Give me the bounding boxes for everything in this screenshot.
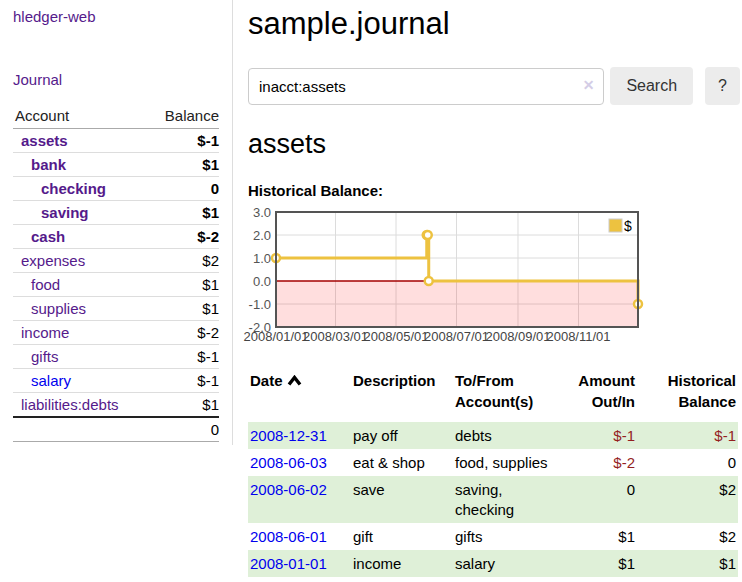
account-row: saving$1: [13, 201, 219, 225]
y-tick-label: 2.0: [253, 228, 271, 243]
accounts-total-row: 0: [13, 417, 219, 442]
account-link-income[interactable]: income: [21, 324, 69, 341]
transaction-amount: $1: [563, 550, 643, 577]
help-button[interactable]: ?: [705, 67, 740, 105]
transaction-accounts: gifts: [447, 523, 563, 550]
account-link-saving[interactable]: saving: [41, 204, 89, 221]
transaction-amount: $1: [563, 523, 643, 550]
app-title-link[interactable]: hledger-web: [13, 8, 96, 25]
clear-search-icon[interactable]: ✕: [583, 78, 595, 92]
register-table: Date Description To/From Account(s) Amou…: [248, 368, 738, 577]
x-tick-label: 2008/11/01: [546, 329, 610, 344]
accounts-header-balance: Balance: [147, 104, 219, 129]
account-balance: $1: [147, 201, 219, 225]
account-balance: $2: [147, 249, 219, 273]
x-tick-label: 2008/09/01: [485, 329, 550, 344]
register-row[interactable]: 2008-06-01giftgifts$1$2: [248, 523, 738, 550]
search-button[interactable]: Search: [610, 67, 693, 105]
transaction-description: income: [345, 550, 447, 577]
x-tick-label: 2008/01/01: [243, 329, 308, 344]
transaction-amount: $-1: [563, 422, 643, 449]
account-heading: assets: [248, 129, 740, 160]
account-balance: $1: [147, 297, 219, 321]
account-row: salary$-1: [13, 369, 219, 393]
transaction-balance: $2: [643, 476, 738, 523]
accounts-header-row: Account Balance: [13, 104, 219, 129]
account-row: expenses$2: [13, 249, 219, 273]
account-link-salary[interactable]: salary: [31, 372, 71, 389]
account-row: liabilities:debts$1: [13, 393, 219, 418]
transaction-date-link[interactable]: 2008-01-01: [250, 555, 327, 572]
register-header-amount: Amount Out/In: [563, 368, 643, 422]
y-tick-label: 0.0: [253, 274, 271, 289]
transaction-date-link[interactable]: 2008-06-02: [250, 481, 327, 498]
account-row: cash$-2: [13, 225, 219, 249]
transaction-description: gift: [345, 523, 447, 550]
transaction-accounts: saving, checking: [447, 476, 563, 523]
sidebar-item-journal[interactable]: Journal: [13, 71, 62, 88]
accounts-total-balance: 0: [147, 417, 219, 442]
transaction-balance: $2: [643, 523, 738, 550]
accounts-header-account: Account: [13, 104, 147, 129]
account-link-checking[interactable]: checking: [41, 180, 106, 197]
chart-legend-label: $: [624, 218, 632, 234]
transaction-accounts: salary: [447, 550, 563, 577]
data-point: [424, 231, 432, 239]
search-box: ✕: [248, 68, 604, 105]
account-link-expenses[interactable]: expenses: [21, 252, 85, 269]
account-link-gifts[interactable]: gifts: [31, 348, 59, 365]
account-row: assets$-1: [13, 129, 219, 153]
y-tick-label: 1.0: [253, 251, 271, 266]
transaction-description: eat & shop: [345, 449, 447, 476]
transaction-balance: $1: [643, 550, 738, 577]
page-title: sample.journal: [248, 6, 740, 42]
data-point: [425, 277, 433, 285]
account-row: food$1: [13, 273, 219, 297]
account-link-bank[interactable]: bank: [31, 156, 66, 173]
account-link-supplies[interactable]: supplies: [31, 300, 86, 317]
balance-chart: 3.02.01.00.0-1.0-2.02008/01/012008/03/01…: [248, 208, 646, 349]
account-row: supplies$1: [13, 297, 219, 321]
account-balance: $-1: [147, 345, 219, 369]
transaction-description: save: [345, 476, 447, 523]
sidebar-nav: Journal: [13, 71, 219, 88]
account-balance: $-2: [147, 321, 219, 345]
transaction-date-link[interactable]: 2008-06-03: [250, 454, 327, 471]
account-link-assets[interactable]: assets: [21, 132, 68, 149]
transaction-date-link[interactable]: 2008-12-31: [250, 427, 327, 444]
register-row[interactable]: 2008-01-01incomesalary$1$1: [248, 550, 738, 577]
register-row[interactable]: 2008-12-31pay offdebts$-1$-1: [248, 422, 738, 449]
account-balance: $-1: [147, 369, 219, 393]
register-row[interactable]: 2008-06-02savesaving, checking0$2: [248, 476, 738, 523]
chart-legend-swatch: [609, 219, 622, 232]
x-tick-label: 2008/05/01: [363, 329, 428, 344]
transaction-amount: $-2: [563, 449, 643, 476]
account-balance: $-1: [147, 129, 219, 153]
account-balance: $-2: [147, 225, 219, 249]
y-tick-label: -1.0: [249, 297, 271, 312]
account-balance: $1: [147, 273, 219, 297]
app-title-row: hledger-web: [13, 8, 219, 25]
register-header-date[interactable]: Date: [248, 368, 345, 422]
transaction-balance: $-1: [643, 422, 738, 449]
register-header-row: Date Description To/From Account(s) Amou…: [248, 368, 738, 422]
balance-chart-container: 3.02.01.00.0-1.0-2.02008/01/012008/03/01…: [248, 208, 740, 349]
account-row: checking0: [13, 177, 219, 201]
search-input[interactable]: [248, 68, 604, 105]
transaction-description: pay off: [345, 422, 447, 449]
register-row[interactable]: 2008-06-03eat & shopfood, supplies$-20: [248, 449, 738, 476]
account-link-liabilities-debts[interactable]: liabilities:debts: [21, 396, 119, 413]
account-row: bank$1: [13, 153, 219, 177]
x-tick-label: 2008/03/01: [303, 329, 368, 344]
sort-ascending-icon: [287, 370, 302, 391]
account-balance: $1: [147, 153, 219, 177]
account-row: income$-2: [13, 321, 219, 345]
account-link-food[interactable]: food: [31, 276, 60, 293]
transaction-date-link[interactable]: 2008-06-01: [250, 528, 327, 545]
account-balance: $1: [147, 393, 219, 418]
account-row: gifts$-1: [13, 345, 219, 369]
y-tick-label: 3.0: [253, 205, 271, 220]
register-header-description: Description: [345, 368, 447, 422]
account-link-cash[interactable]: cash: [31, 228, 65, 245]
account-balance: 0: [147, 177, 219, 201]
